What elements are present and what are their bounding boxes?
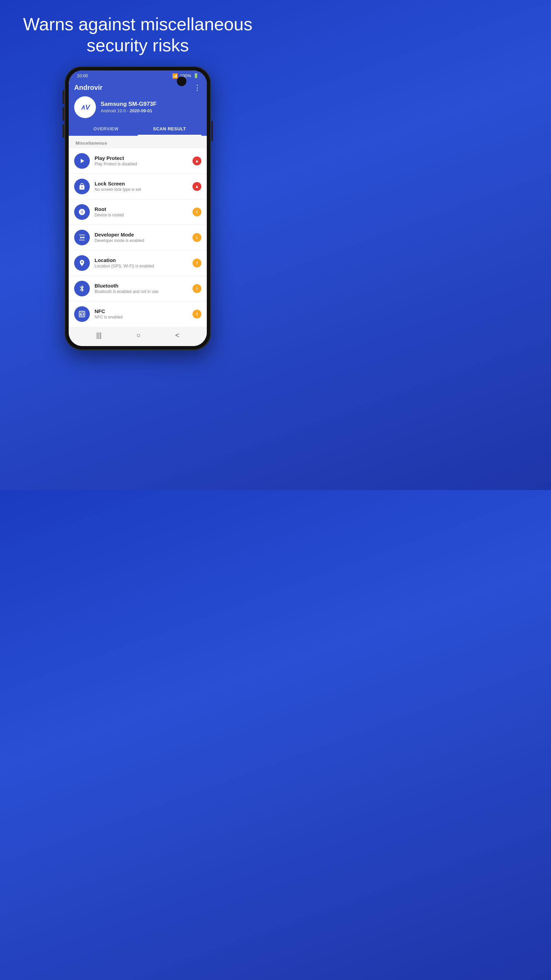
play-protect-title: Play Protect	[95, 155, 188, 161]
location-title: Location	[95, 257, 188, 263]
battery-icon: 🔋	[193, 73, 198, 78]
developer-mode-icon	[74, 230, 90, 245]
svg-text:NFC: NFC	[79, 313, 84, 315]
info-icon-dev: i	[196, 235, 198, 240]
play-protect-status: ▲	[192, 156, 202, 165]
device-name: Samsung SM-G973F	[101, 101, 156, 108]
nfc-title: NFC	[95, 308, 188, 314]
list-item-nfc[interactable]: NFC NFC NFC is enabled i	[69, 301, 207, 327]
device-info-row: ∧V Samsung SM-G973F Android 10.0 - 2020-…	[74, 96, 202, 123]
info-icon-bluetooth: i	[196, 286, 198, 291]
nav-home-icon[interactable]: ○	[137, 331, 140, 339]
device-os: Android 10.0 - 2020-09-01	[101, 108, 156, 113]
more-options-icon[interactable]: ⋮	[194, 83, 202, 92]
phone-screen: 10:00 📶 100% 🔋 Androvir ⋮ ∧V	[69, 70, 207, 346]
developer-mode-text: Developer Mode Developer mode is enabled	[95, 232, 188, 243]
nfc-icon: NFC	[74, 306, 90, 322]
location-status: i	[192, 259, 202, 267]
location-icon	[74, 255, 90, 271]
list-item-location[interactable]: Location Location (GPS, Wi-Fi) is enable…	[69, 250, 207, 276]
root-title: Root	[95, 206, 188, 212]
tab-scan-result[interactable]: SCAN RESULT	[138, 123, 202, 136]
svg-point-0	[82, 210, 82, 211]
nav-bar: ||| ○ <	[69, 327, 207, 346]
list-item-lock-screen[interactable]: Lock Screen No screen lock type is set ▲	[69, 174, 207, 199]
tabs-row: OVERVIEW SCAN RESULT	[74, 123, 202, 136]
wifi-icon: 📶	[172, 73, 178, 79]
bluetooth-subtitle: Bluetooth is enabled and not in use	[95, 289, 188, 294]
danger-triangle-icon: ▲	[195, 158, 199, 163]
lock-screen-subtitle: No screen lock type is set	[95, 187, 188, 192]
lock-screen-icon	[74, 179, 90, 194]
info-icon-root: i	[196, 209, 198, 215]
developer-mode-status: i	[192, 233, 202, 242]
nfc-status: i	[192, 310, 202, 318]
section-header-miscellaneous: Miscellaneous	[69, 136, 207, 148]
play-protect-subtitle: Play Protect is disabled	[95, 162, 188, 166]
play-protect-icon	[74, 153, 90, 169]
camera-notch	[177, 76, 186, 86]
play-protect-text: Play Protect Play Protect is disabled	[95, 155, 188, 166]
app-header: Androvir ⋮ ∧V Samsung SM-G973F Android 1…	[69, 81, 207, 136]
svg-rect-1	[79, 235, 85, 235]
bluetooth-title: Bluetooth	[95, 283, 188, 288]
root-icon	[74, 204, 90, 220]
headline-text: Warns against miscellaneous security ris…	[0, 0, 275, 66]
nfc-text: NFC NFC is enabled	[95, 308, 188, 320]
status-right: 📶 100% 🔋	[172, 73, 198, 79]
bluetooth-text: Bluetooth Bluetooth is enabled and not i…	[95, 283, 188, 294]
info-icon-location: i	[196, 260, 198, 266]
app-title: Androvir	[74, 84, 102, 92]
list-item-root[interactable]: Root Device is rooted i	[69, 199, 207, 225]
developer-mode-title: Developer Mode	[95, 232, 188, 237]
status-time: 10:00	[77, 73, 88, 78]
list-item-developer-mode[interactable]: Developer Mode Developer mode is enabled…	[69, 225, 207, 250]
root-subtitle: Device is rooted	[95, 213, 188, 218]
info-icon-nfc: i	[196, 311, 198, 317]
content-area: Miscellaneous Play Protect Play Protect …	[69, 136, 207, 327]
device-text: Samsung SM-G973F Android 10.0 - 2020-09-…	[101, 101, 156, 113]
root-text: Root Device is rooted	[95, 206, 188, 218]
location-subtitle: Location (GPS, Wi-Fi) is enabled	[95, 264, 188, 269]
app-logo: ∧V	[74, 96, 96, 118]
danger-triangle-icon-2: ▲	[195, 184, 199, 189]
lock-screen-title: Lock Screen	[95, 181, 188, 186]
developer-mode-subtitle: Developer mode is enabled	[95, 238, 188, 243]
nav-recent-icon[interactable]: |||	[96, 331, 102, 339]
root-status: i	[192, 208, 202, 216]
lock-screen-text: Lock Screen No screen lock type is set	[95, 181, 188, 192]
phone-shell: 10:00 📶 100% 🔋 Androvir ⋮ ∧V	[65, 66, 211, 350]
bluetooth-status: i	[192, 284, 202, 293]
status-bar: 10:00 📶 100% 🔋	[69, 70, 207, 81]
svg-rect-2	[79, 240, 85, 240]
list-item-play-protect[interactable]: Play Protect Play Protect is disabled ▲	[69, 148, 207, 174]
location-text: Location Location (GPS, Wi-Fi) is enable…	[95, 257, 188, 269]
phone-mockup: 10:00 📶 100% 🔋 Androvir ⋮ ∧V	[65, 66, 211, 350]
lock-screen-status: ▲	[192, 182, 202, 191]
bluetooth-icon	[74, 281, 90, 296]
tab-overview[interactable]: OVERVIEW	[74, 123, 138, 136]
nav-back-icon[interactable]: <	[175, 331, 179, 339]
nfc-subtitle: NFC is enabled	[95, 315, 188, 320]
list-item-bluetooth[interactable]: Bluetooth Bluetooth is enabled and not i…	[69, 276, 207, 301]
av-logo-text: ∧V	[80, 103, 90, 111]
